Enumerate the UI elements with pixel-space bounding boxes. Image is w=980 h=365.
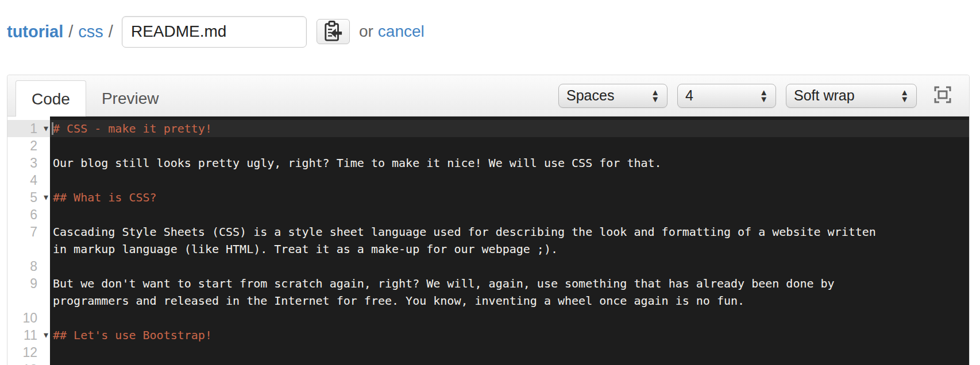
- gutter-row: 10: [7, 309, 50, 327]
- screen-full-icon: [933, 86, 952, 106]
- line-number: 1: [30, 121, 37, 136]
- fullscreen-button[interactable]: [932, 86, 953, 106]
- code-line[interactable]: Cascading Style Sheets (CSS) is a style …: [50, 223, 969, 240]
- code-text: # CSS - make it pretty!: [53, 122, 212, 135]
- clipboard-arrow-icon: [323, 20, 343, 44]
- gutter-row: 5▾: [7, 189, 50, 206]
- gutter-row: 6: [7, 206, 50, 223]
- line-number: 7: [30, 224, 37, 239]
- file-path-bar: tutorial / css / or cancel: [0, 0, 980, 48]
- code-text: ## What is CSS?: [53, 191, 157, 204]
- line-number: 5: [30, 190, 37, 205]
- line-number: 9: [30, 276, 37, 291]
- line-number: 3: [30, 156, 37, 170]
- code-text: in markup language (like HTML). Treat it…: [53, 242, 558, 256]
- code-text: ## Let's use Bootstrap!: [53, 328, 212, 342]
- indent-size-value: 4: [685, 87, 693, 104]
- gutter-row: 8: [7, 258, 50, 275]
- code-line[interactable]: [50, 206, 969, 223]
- code-line[interactable]: [50, 137, 969, 154]
- code-text: Bootstrap is one of the most popular HTM…: [53, 363, 710, 365]
- gutter-row: [7, 240, 50, 258]
- code-line[interactable]: programmers and released in the Internet…: [50, 292, 969, 309]
- code-line[interactable]: But we don't want to start from scratch …: [50, 275, 969, 292]
- stepper-arrows-icon: ▲▼: [759, 89, 768, 103]
- code-line[interactable]: Bootstrap is one of the most popular HTM…: [50, 361, 969, 365]
- line-number: 6: [30, 207, 37, 222]
- gutter-row: 13: [7, 361, 50, 365]
- code-line[interactable]: [50, 258, 969, 275]
- line-number: 13: [22, 362, 37, 365]
- code-text: programmers and released in the Internet…: [53, 294, 744, 308]
- editor-header: Code Preview Spaces ▲▼ 4 ▲▼ Soft wrap ▲▼: [7, 75, 969, 117]
- tab-code[interactable]: Code: [16, 80, 86, 117]
- gutter-row: 12: [7, 344, 50, 361]
- code-line[interactable]: ## What is CSS?: [50, 189, 969, 206]
- wrap-mode-value: Soft wrap: [794, 87, 855, 104]
- tab-preview[interactable]: Preview: [86, 80, 175, 117]
- gutter-row: 4: [7, 172, 50, 189]
- code-text: Cascading Style Sheets (CSS) is a style …: [53, 225, 876, 239]
- wrap-mode-select[interactable]: Soft wrap ▲▼: [786, 84, 917, 108]
- gutter-row: [7, 292, 50, 309]
- line-number: 11: [24, 328, 37, 343]
- stepper-arrows-icon: ▲▼: [651, 89, 659, 103]
- code-line[interactable]: [50, 172, 969, 189]
- filename-input[interactable]: [122, 16, 307, 48]
- gutter-row: 1▾: [7, 120, 50, 137]
- code-text: But we don't want to start from scratch …: [53, 277, 835, 290]
- line-number: 8: [30, 259, 37, 274]
- breadcrumb-repo-link[interactable]: tutorial: [7, 22, 63, 41]
- indent-mode-value: Spaces: [566, 87, 614, 104]
- breadcrumb-dir-link[interactable]: css: [78, 22, 103, 41]
- gutter-row: 2: [7, 137, 50, 154]
- fold-toggle-icon[interactable]: ▾: [44, 120, 48, 137]
- editor-controls: Spaces ▲▼ 4 ▲▼ Soft wrap ▲▼: [558, 84, 953, 108]
- code-line[interactable]: # CSS - make it pretty!: [50, 120, 969, 137]
- code-line[interactable]: [50, 309, 969, 327]
- indent-mode-select[interactable]: Spaces ▲▼: [558, 84, 668, 108]
- line-number: 4: [30, 173, 37, 188]
- indent-size-select[interactable]: 4 ▲▼: [677, 84, 776, 108]
- gutter-row: 7: [7, 223, 50, 240]
- breadcrumb-separator: /: [68, 22, 73, 41]
- code-text: Our blog still looks pretty ugly, right?…: [53, 156, 662, 170]
- gutter-row: 9: [7, 275, 50, 292]
- line-number: 10: [22, 310, 37, 325]
- copy-path-button[interactable]: [317, 19, 350, 44]
- code-line[interactable]: Our blog still looks pretty ugly, right?…: [50, 154, 969, 172]
- cancel-link[interactable]: cancel: [378, 22, 425, 41]
- code-line[interactable]: [50, 344, 969, 361]
- breadcrumb-separator: /: [109, 22, 113, 41]
- editor-body: 1▾2345▾67891011▾1213 # CSS - make it pre…: [7, 117, 969, 365]
- line-number: 2: [30, 138, 37, 153]
- code-line[interactable]: in markup language (like HTML). Treat it…: [50, 240, 969, 258]
- gutter-row: 11▾: [7, 327, 50, 344]
- text-cursor: [52, 122, 53, 135]
- fold-toggle-icon[interactable]: ▾: [44, 189, 48, 206]
- fold-toggle-icon[interactable]: ▾: [44, 327, 48, 344]
- line-number-gutter: 1▾2345▾67891011▾1213: [7, 117, 50, 365]
- editor-tabs: Code Preview: [16, 80, 175, 117]
- stepper-arrows-icon: ▲▼: [900, 89, 909, 103]
- code-line[interactable]: ## Let's use Bootstrap!: [50, 327, 969, 344]
- gutter-row: 3: [7, 154, 50, 172]
- file-editor: Code Preview Spaces ▲▼ 4 ▲▼ Soft wrap ▲▼: [7, 75, 970, 365]
- code-area[interactable]: # CSS - make it pretty!Our blog still lo…: [50, 117, 969, 365]
- or-label: or: [359, 22, 373, 41]
- line-number: 12: [22, 345, 37, 360]
